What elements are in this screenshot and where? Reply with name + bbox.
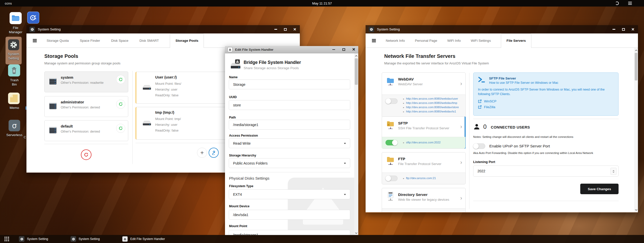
chevron-right-icon[interactable]: ›	[460, 124, 462, 130]
tab-space-finder[interactable]: Space Finder	[80, 33, 100, 48]
number-spinner[interactable]	[610, 168, 617, 175]
access-permission-select[interactable]: Read Write	[229, 138, 350, 148]
maximize-button[interactable]	[621, 27, 625, 31]
server-desc: Web file viewer for legacy devices	[398, 198, 449, 201]
desktop-icon-trash-bin[interactable]: Trash Bin	[8, 64, 21, 87]
mount-hierarchy: Hierarchy: user	[155, 123, 177, 127]
window2-scrollbar[interactable]	[354, 53, 358, 235]
taskbar-item-system-setting-1[interactable]: System Setting	[19, 236, 48, 242]
scroll-thumb[interactable]	[355, 58, 358, 85]
disk-drive-icon	[142, 120, 152, 127]
window1-titlebar[interactable]: System Setting ✕	[26, 25, 300, 33]
window3-titlebar[interactable]: System Setting ✕	[366, 25, 638, 33]
loading-ring-icon[interactable]	[615, 2, 619, 5]
save-changes-button[interactable]: Save Changes	[580, 184, 619, 194]
scroll-down-icon[interactable]	[354, 231, 358, 235]
server-desc: SSH File Transfer Protocol Server	[398, 126, 449, 130]
listening-port-input[interactable]: 2022	[473, 166, 619, 177]
eject-icon	[122, 236, 128, 242]
tab-file-servers[interactable]: File Servers	[501, 33, 531, 48]
tab-disk-space[interactable]: Disk Space	[111, 33, 128, 48]
mount-point-input[interactable]	[229, 230, 350, 235]
add-mount-button[interactable]: +	[197, 148, 207, 158]
webdav-link[interactable]: ▸http://dev.arozos.com:8080/webdav/is1	[403, 110, 456, 113]
gear-icon	[19, 236, 24, 242]
window-system-setting-fileservers: System Setting ✕ Network Info Personal P…	[366, 25, 638, 213]
pool-sync-button[interactable]	[116, 124, 125, 133]
close-button[interactable]: ✕	[293, 27, 297, 31]
memo-note-icon	[8, 93, 20, 104]
webdav-link[interactable]: ▸http://dev.arozos.com:8080/webdav/store	[403, 106, 459, 109]
tab-storage-pools[interactable]: Storage Pools	[170, 33, 204, 48]
ftp-toggle[interactable]	[385, 176, 398, 181]
tab-wifi-settings[interactable]: WiFi Settings	[471, 33, 491, 48]
close-button[interactable]: ✕	[631, 27, 635, 31]
tab-personal-page[interactable]: Personal Page	[415, 33, 437, 48]
scroll-up-icon[interactable]	[634, 48, 638, 52]
pool-card-default[interactable]: default Other's Permission: denied	[44, 120, 128, 141]
scroll-thumb[interactable]	[635, 53, 637, 80]
desktop-icon-media-player[interactable]	[27, 12, 39, 24]
webdav-toggle[interactable]	[385, 98, 398, 104]
desktop-icon-file-manager[interactable]: File Manager	[8, 12, 24, 34]
winscp-link[interactable]: WinSCP	[478, 99, 496, 103]
scroll-down-icon[interactable]	[634, 208, 638, 212]
sftp-toggle[interactable]	[385, 140, 398, 145]
filesystem-type-select[interactable]: EXT4	[229, 189, 350, 199]
maximize-button[interactable]	[283, 27, 287, 31]
mount-device-input[interactable]	[229, 210, 350, 220]
window2-titlebar[interactable]: Edit File System Handler ✕	[225, 46, 358, 53]
desktop-icon-system-setting[interactable]: System Setting	[6, 39, 22, 61]
ftp-link[interactable]: ▸ftp://dev.arozos.com:21	[403, 177, 436, 180]
tab-wifi-info[interactable]: WiFi Info	[447, 33, 461, 48]
window3-scrollbar[interactable]	[634, 48, 638, 212]
path-input[interactable]	[229, 120, 350, 130]
sftp-link[interactable]: ▸sftp://dev.arozos.com:2022	[403, 141, 441, 144]
chevron-right-icon[interactable]: ›	[460, 159, 462, 166]
desktop-icon-serverless[interactable]: σ Serverless	[6, 120, 23, 137]
filezilla-link[interactable]: FileZilla	[478, 105, 495, 109]
minimize-button[interactable]	[612, 27, 616, 31]
app-launcher-icon[interactable]	[5, 237, 9, 241]
system-menu-icon[interactable]	[628, 2, 632, 5]
upnp-toggle[interactable]	[473, 143, 485, 149]
scroll-up-icon[interactable]	[354, 54, 358, 58]
storage-hierarchy-select[interactable]: Public Access Folders	[229, 158, 350, 168]
bridge-drive-icon	[229, 59, 242, 71]
tab-menu-icon[interactable]	[372, 39, 376, 42]
tab-menu-icon[interactable]	[33, 39, 37, 42]
pool-card-system[interactable]: system Other's Permission: readwrite	[44, 71, 128, 92]
maximize-button[interactable]	[342, 48, 346, 52]
column-divider	[132, 71, 133, 164]
webdav-link[interactable]: ▸http://dev.arozos.com:8080/webdav/user	[403, 97, 458, 100]
pool-card-administrator[interactable]: administrator Other's Permission: denied	[44, 96, 128, 117]
taskbar-item-system-setting-2[interactable]: System Setting	[71, 236, 100, 242]
webdav-link[interactable]: ▸http://dev.arozos.com:8080/webdav/tmp	[403, 101, 457, 104]
chevron-right-icon[interactable]: ›	[460, 80, 462, 87]
pool-name: administrator	[61, 100, 84, 104]
uuid-input[interactable]	[229, 100, 350, 110]
bridge-link-button[interactable]	[209, 148, 219, 158]
tab-network-info[interactable]: Network Info	[386, 33, 405, 48]
minimize-button[interactable]	[274, 27, 278, 31]
sftp-card-footer: ▸sftp://dev.arozos.com:2022	[382, 137, 465, 148]
server-card-sftp[interactable]: SFTP SSH File Transfer Protocol Server ›…	[382, 116, 466, 149]
minimize-button[interactable]	[332, 48, 336, 52]
taskbar-item-edit-fsh[interactable]: Edit File System Handler	[122, 236, 165, 242]
server-card-ftp[interactable]: FTP File Transfer Protocol Server › ▸ftp…	[382, 152, 466, 184]
desktop-icon-memo[interactable]: Memo	[8, 93, 21, 110]
tab-disk-smart[interactable]: Disk SMART	[139, 33, 159, 48]
upnp-label: Enable UPnP on SFTP Server Port	[489, 144, 550, 148]
chevron-right-icon[interactable]: ›	[460, 195, 462, 201]
close-button[interactable]: ✕	[352, 48, 356, 52]
server-card-webdav[interactable]: WebDAV WebDAV Server › ▸http://dev.arozo…	[382, 72, 466, 118]
pool-sync-button[interactable]	[116, 75, 125, 84]
name-input[interactable]	[229, 79, 350, 89]
external-link-icon	[478, 99, 482, 103]
tab-storage-quota[interactable]: Storage Quota	[47, 33, 69, 48]
reload-pools-button[interactable]	[81, 149, 91, 160]
server-card-directory[interactable]: Directory Server Web file viewer for leg…	[382, 188, 466, 212]
pool-sync-button[interactable]	[116, 100, 125, 109]
desktop-icon-label: System Setting	[6, 52, 22, 61]
disk-drive-icon	[142, 85, 152, 92]
